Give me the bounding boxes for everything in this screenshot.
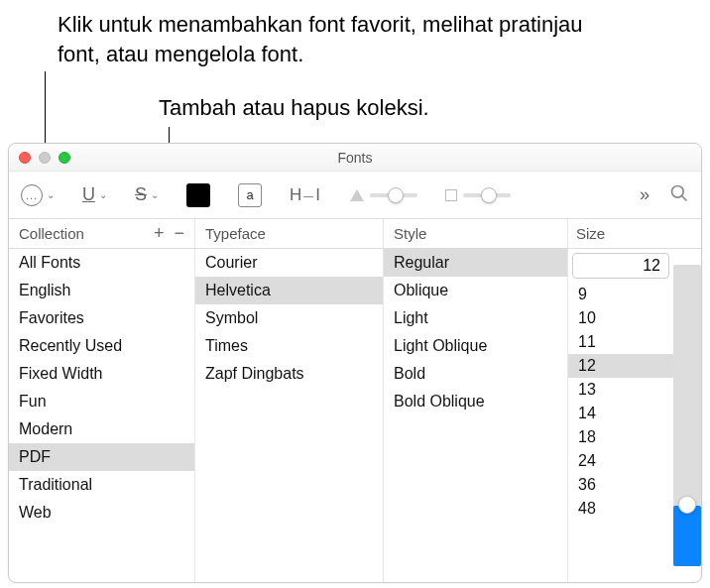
toolbar: ... ⌄ U ⌄ S ⌄ a H—I » <box>9 172 701 219</box>
size-item[interactable]: 10 <box>568 306 673 330</box>
search-icon <box>669 183 689 203</box>
collection-item[interactable]: English <box>9 277 194 304</box>
slider-thumb[interactable] <box>678 496 696 514</box>
window-title: Fonts <box>9 150 701 166</box>
collection-item[interactable]: Traditional <box>9 471 194 499</box>
maximize-button[interactable] <box>59 152 70 164</box>
strikethrough-button[interactable]: S ⌄ <box>135 184 159 205</box>
size-item[interactable]: 11 <box>568 330 673 354</box>
size-item[interactable]: 24 <box>568 449 673 473</box>
character-spacing-button[interactable]: H—I <box>290 185 322 205</box>
size-item[interactable]: 12 <box>568 354 673 378</box>
columns-header: Collection + − Typeface Style Size <box>9 219 701 249</box>
collection-item[interactable]: Favorites <box>9 304 194 332</box>
collection-item[interactable]: Recently Used <box>9 332 194 360</box>
typeface-header[interactable]: Typeface <box>195 219 384 248</box>
document-color-button[interactable]: a <box>238 183 262 207</box>
style-item[interactable]: Bold Oblique <box>384 388 567 415</box>
typeface-item[interactable]: Symbol <box>195 304 383 332</box>
fonts-window: Fonts ... ⌄ U ⌄ S ⌄ a H—I <box>8 143 702 583</box>
spacing-icon: H—I <box>290 185 322 205</box>
style-header-label: Style <box>394 225 426 242</box>
typeface-item[interactable]: Helvetica <box>195 277 383 304</box>
slider-track[interactable] <box>463 193 511 197</box>
style-item[interactable]: Regular <box>384 249 567 277</box>
collection-item[interactable]: Fun <box>9 388 194 415</box>
underline-icon: U <box>82 184 95 205</box>
size-list: 9101112131418243648 <box>568 249 673 582</box>
remove-collection-button[interactable]: − <box>174 223 184 244</box>
collection-item[interactable]: PDF <box>9 443 194 471</box>
style-item[interactable]: Oblique <box>384 277 567 304</box>
style-item[interactable]: Light Oblique <box>384 332 567 360</box>
collection-item[interactable]: All Fonts <box>9 249 194 277</box>
strikethrough-icon: S <box>135 184 147 205</box>
chevron-down-icon: ⌄ <box>47 189 55 200</box>
document-icon: a <box>238 183 262 207</box>
search-button[interactable] <box>669 183 689 206</box>
size-header[interactable]: Size <box>568 219 701 248</box>
overflow-button[interactable]: » <box>640 184 646 205</box>
svg-point-0 <box>672 186 684 198</box>
typeface-item[interactable]: Zapf Dingbats <box>195 360 383 388</box>
shadow-opacity-slider[interactable] <box>350 189 417 201</box>
blur-icon <box>445 189 457 201</box>
opacity-icon <box>350 189 364 201</box>
text-color-button[interactable] <box>186 183 210 207</box>
size-item[interactable]: 18 <box>568 425 673 449</box>
size-column: 9101112131418243648 <box>568 249 701 582</box>
slider-track[interactable] <box>673 265 701 566</box>
chevron-down-icon: ⌄ <box>151 189 159 200</box>
size-item[interactable]: 48 <box>568 497 673 521</box>
shadow-blur-slider[interactable] <box>445 189 511 201</box>
collection-list: All FontsEnglishFavoritesRecently UsedFi… <box>9 249 195 582</box>
style-list: RegularObliqueLightLight ObliqueBoldBold… <box>384 249 568 582</box>
annotation-collection-buttons: Tambah atau hapus koleksi. <box>159 93 605 123</box>
collection-header-label: Collection <box>19 225 84 242</box>
size-item[interactable]: 36 <box>568 473 673 497</box>
collection-header[interactable]: Collection + − <box>9 219 195 248</box>
size-header-label: Size <box>576 225 605 242</box>
size-input[interactable] <box>572 253 669 279</box>
typeface-item[interactable]: Courier <box>195 249 383 277</box>
underline-button[interactable]: U ⌄ <box>82 184 107 205</box>
typeface-item[interactable]: Times <box>195 332 383 360</box>
collection-item[interactable]: Fixed Width <box>9 360 194 388</box>
collection-item[interactable]: Modern <box>9 415 194 443</box>
color-swatch-icon <box>186 183 210 207</box>
annotation-more-menu: Klik untuk menambahkan font favorit, mel… <box>58 10 613 68</box>
size-item[interactable]: 13 <box>568 378 673 402</box>
style-header[interactable]: Style <box>384 219 568 248</box>
svg-line-1 <box>682 196 687 201</box>
style-item[interactable]: Light <box>384 304 567 332</box>
chevron-down-icon: ⌄ <box>99 189 107 200</box>
size-item[interactable]: 14 <box>568 402 673 425</box>
size-item[interactable]: 9 <box>568 283 673 306</box>
lists-area: All FontsEnglishFavoritesRecently UsedFi… <box>9 249 701 582</box>
typeface-header-label: Typeface <box>205 225 266 242</box>
more-actions-button[interactable]: ... ⌄ <box>21 184 55 206</box>
style-item[interactable]: Bold <box>384 360 567 388</box>
typeface-list: CourierHelveticaSymbolTimesZapf Dingbats <box>195 249 384 582</box>
close-button[interactable] <box>19 152 31 164</box>
ellipsis-icon: ... <box>21 184 43 206</box>
add-collection-button[interactable]: + <box>154 223 165 244</box>
slider-track[interactable] <box>370 193 417 197</box>
titlebar: Fonts <box>9 144 701 172</box>
size-slider[interactable] <box>673 249 701 582</box>
collection-item[interactable]: Web <box>9 499 194 527</box>
minimize-button[interactable] <box>39 152 51 164</box>
